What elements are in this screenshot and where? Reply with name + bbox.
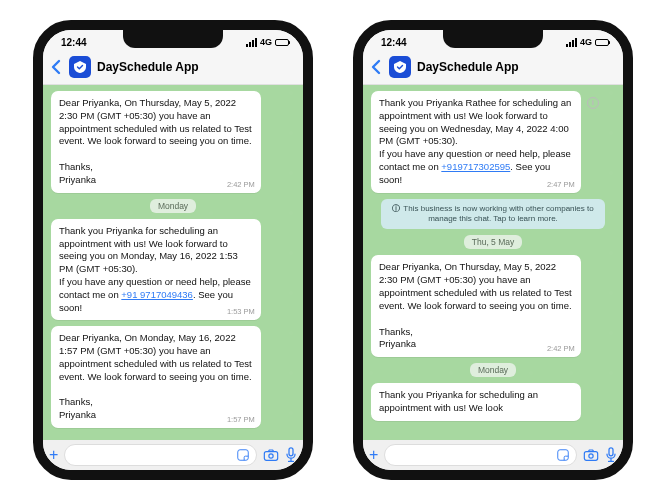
svg-point-6 bbox=[589, 454, 593, 458]
attach-button[interactable]: + bbox=[49, 446, 58, 464]
date-chip: Thu, 5 May bbox=[464, 235, 523, 249]
message-text: Dear Priyanka, On Thursday, May 5, 2022 … bbox=[379, 261, 573, 351]
chat-header: DaySchedule App bbox=[43, 52, 303, 85]
message-text: Thank you Priyanka for scheduling an app… bbox=[379, 389, 573, 415]
network-label: 4G bbox=[580, 37, 592, 47]
message-time: 2:42 PM bbox=[547, 344, 575, 354]
date-chip: Monday bbox=[150, 199, 196, 213]
camera-button[interactable] bbox=[263, 448, 279, 462]
message-bubble[interactable]: Thank you Priyanka Rathee for scheduling… bbox=[371, 91, 581, 193]
message-bubble[interactable]: Dear Priyanka, On Monday, May 16, 2022 1… bbox=[51, 326, 261, 428]
message-text: Thank you Priyanka for scheduling an app… bbox=[59, 225, 253, 315]
mic-button[interactable] bbox=[285, 447, 297, 463]
message-input[interactable] bbox=[64, 444, 257, 466]
system-banner[interactable]: ⓘThis business is now working with other… bbox=[381, 199, 605, 230]
svg-rect-7 bbox=[609, 448, 613, 456]
svg-rect-3 bbox=[289, 448, 293, 456]
signal-icon bbox=[246, 38, 257, 47]
message-text: Dear Priyanka, On Thursday, May 5, 2022 … bbox=[59, 97, 253, 187]
message-bubble[interactable]: Dear Priyanka, On Thursday, May 5, 2022 … bbox=[371, 255, 581, 357]
chat-header: DaySchedule App bbox=[363, 52, 623, 85]
message-text: Thank you Priyanka Rathee for scheduling… bbox=[379, 97, 573, 187]
message-time: 2:47 PM bbox=[547, 180, 575, 190]
camera-button[interactable] bbox=[583, 448, 599, 462]
message-time: 1:53 PM bbox=[227, 307, 255, 317]
svg-point-2 bbox=[269, 454, 273, 458]
app-avatar[interactable] bbox=[389, 56, 411, 78]
chat-area[interactable]: Thank you Priyanka Rathee for scheduling… bbox=[363, 85, 623, 440]
app-name[interactable]: DaySchedule App bbox=[417, 60, 519, 74]
status-right: 4G bbox=[246, 37, 289, 47]
back-button[interactable] bbox=[49, 59, 63, 75]
phone-right: 12:44 4G DaySchedule App Thank you Priya… bbox=[353, 20, 633, 480]
message-time: 2:42 PM bbox=[227, 180, 255, 190]
info-icon: ⓘ bbox=[392, 204, 400, 213]
signal-icon bbox=[566, 38, 577, 47]
sticker-icon[interactable] bbox=[556, 448, 570, 462]
message-time: 1:57 PM bbox=[227, 415, 255, 425]
notch bbox=[123, 30, 223, 48]
status-time: 12:44 bbox=[381, 37, 407, 48]
message-input[interactable] bbox=[384, 444, 577, 466]
app-name[interactable]: DaySchedule App bbox=[97, 60, 199, 74]
svg-rect-0 bbox=[238, 450, 249, 461]
message-bubble[interactable]: Thank you Priyanka for scheduling an app… bbox=[371, 383, 581, 421]
app-avatar[interactable] bbox=[69, 56, 91, 78]
svg-rect-1 bbox=[264, 452, 277, 461]
info-icon[interactable]: i bbox=[587, 97, 599, 109]
status-time: 12:44 bbox=[61, 37, 87, 48]
message-text: Dear Priyanka, On Monday, May 16, 2022 1… bbox=[59, 332, 253, 422]
battery-icon bbox=[275, 39, 289, 46]
message-bubble[interactable]: Dear Priyanka, On Thursday, May 5, 2022 … bbox=[51, 91, 261, 193]
status-right: 4G bbox=[566, 37, 609, 47]
phone-link[interactable]: +919717302595 bbox=[441, 161, 510, 172]
message-bubble[interactable]: Thank you Priyanka for scheduling an app… bbox=[51, 219, 261, 321]
back-button[interactable] bbox=[369, 59, 383, 75]
sticker-icon[interactable] bbox=[236, 448, 250, 462]
notch bbox=[443, 30, 543, 48]
network-label: 4G bbox=[260, 37, 272, 47]
phone-link[interactable]: +91 9717049436 bbox=[121, 289, 193, 300]
composer: + bbox=[363, 440, 623, 470]
date-chip: Monday bbox=[470, 363, 516, 377]
attach-button[interactable]: + bbox=[369, 446, 378, 464]
battery-icon bbox=[595, 39, 609, 46]
mic-button[interactable] bbox=[605, 447, 617, 463]
svg-rect-4 bbox=[558, 450, 569, 461]
phone-left: 12:44 4G DaySchedule App Dear Priyanka, … bbox=[33, 20, 313, 480]
chat-area[interactable]: Dear Priyanka, On Thursday, May 5, 2022 … bbox=[43, 85, 303, 440]
svg-rect-5 bbox=[584, 452, 597, 461]
composer: + bbox=[43, 440, 303, 470]
